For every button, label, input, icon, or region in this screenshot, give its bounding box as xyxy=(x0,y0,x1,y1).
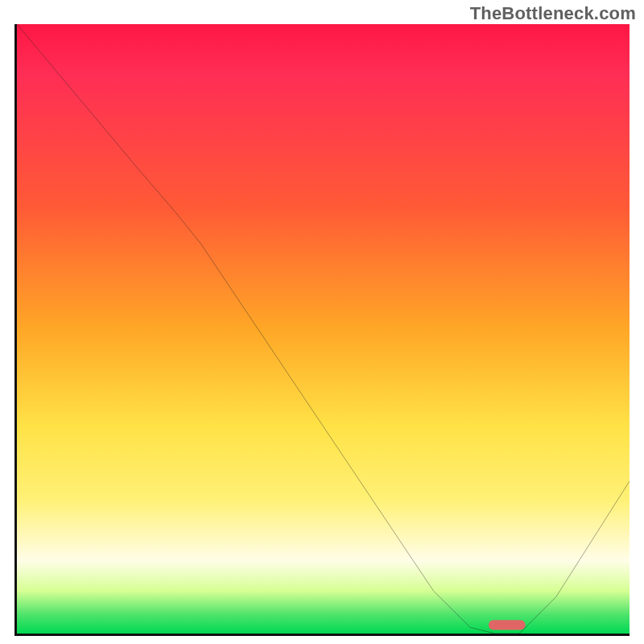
optimum-marker xyxy=(489,620,526,630)
chart-frame: TheBottleneck.com xyxy=(0,0,644,644)
curve-svg xyxy=(17,24,630,634)
bottleneck-curve xyxy=(17,24,630,634)
watermark-text: TheBottleneck.com xyxy=(470,3,636,24)
plot-area xyxy=(14,24,630,636)
